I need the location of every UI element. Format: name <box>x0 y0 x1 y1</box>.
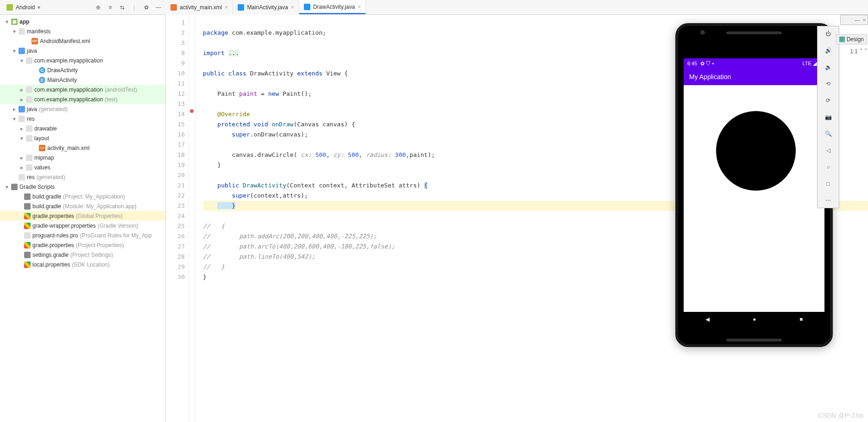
xml-file-icon <box>170 4 177 11</box>
volume-up-icon[interactable]: 🔊 <box>824 46 833 55</box>
tree-label: Gradle Scripts <box>19 184 55 190</box>
emulator-network: LTE <box>803 61 811 66</box>
svg-rect-0 <box>6 4 13 11</box>
android-icon <box>6 4 13 11</box>
tree-label: gradle.properties <box>32 242 74 248</box>
rotate-left-icon[interactable]: ⟲ <box>824 79 833 88</box>
tree-label: gradle-wrapper.properties <box>32 223 96 229</box>
tab-draw-activity-java[interactable]: DrawActivity.java × <box>299 0 366 15</box>
tree-hint: (androidTest) <box>105 87 137 93</box>
back-icon[interactable]: ◁ <box>824 146 833 155</box>
chevron-down-icon[interactable]: ˅ <box>864 48 867 55</box>
tree-package-test[interactable]: ▸com.example.myapplication(test) <box>0 94 165 104</box>
emulator-screen[interactable]: 6:45 ✿ ⛉ ▪ LTE ◢ ▮ My Application <box>684 58 824 312</box>
tree-layout[interactable]: ▾layout <box>0 133 165 143</box>
more-icon[interactable]: ⋯ <box>824 196 833 205</box>
tree-hint: (generated) <box>39 106 68 112</box>
collapse-icon[interactable]: ≡ <box>107 4 114 11</box>
locate-icon[interactable]: ⊕ <box>94 4 102 11</box>
zoom-icon[interactable]: 🔍 <box>824 129 833 138</box>
divider: | <box>131 4 138 11</box>
tree-hint: (generated) <box>37 174 65 180</box>
tree-label: drawable <box>34 125 57 132</box>
tab-label: DrawActivity.java <box>313 4 355 10</box>
settings-icon[interactable]: ✿ <box>143 4 150 11</box>
tree-gradle-wrapper-properties[interactable]: gradle-wrapper.properties(Gradle Version… <box>0 221 165 230</box>
project-view-selector[interactable]: Android ▾ <box>4 3 43 12</box>
emulator-canvas <box>684 85 824 312</box>
tree-res[interactable]: ▾res <box>0 114 165 124</box>
tree-settings-gradle[interactable]: settings.gradle(Project Settings) <box>0 250 165 260</box>
tree-manifests[interactable]: ▾manifests <box>0 26 165 36</box>
tree-label: build.gradle <box>32 203 61 210</box>
tree-hint: (Project: My_Application) <box>63 193 125 200</box>
tree-local-properties[interactable]: local.properties(SDK Location) <box>0 260 165 269</box>
nav-recent-icon[interactable]: ■ <box>799 316 803 323</box>
tree-label: manifests <box>27 28 50 35</box>
home-icon[interactable]: ○ <box>824 162 833 172</box>
tree-label: app <box>19 19 29 25</box>
tree-mipmap[interactable]: ▸mipmap <box>0 153 165 162</box>
emulator-side-toolbar: ⏻ 🔊 🔉 ⟲ ⟳ 📷 🔍 ◁ ○ □ ⋯ <box>817 26 839 208</box>
tree-java[interactable]: ▾java <box>0 46 165 56</box>
tree-build-gradle-project[interactable]: build.gradle(Project: My_Application) <box>0 192 165 201</box>
rotate-right-icon[interactable]: ⟳ <box>824 96 833 105</box>
power-icon[interactable]: ⏻ <box>824 29 833 38</box>
java-file-icon <box>238 4 244 11</box>
design-icon <box>839 37 845 42</box>
tree-hint: (Gradle Version) <box>98 223 138 229</box>
tab-label: activity_main.xml <box>180 4 222 11</box>
minimize-icon[interactable]: — <box>855 17 860 23</box>
project-tree[interactable]: ▾▣app ▾manifests MFAndroidManifest.xml ▾… <box>0 15 166 422</box>
tree-proguard-rules[interactable]: proguard-rules.pro(ProGuard Rules for My… <box>0 230 165 240</box>
tree-res-gen[interactable]: res(generated) <box>0 172 165 182</box>
tree-android-manifest[interactable]: MFAndroidManifest.xml <box>0 36 165 46</box>
emulator-nav-bar[interactable]: ◀ ● ■ <box>684 312 824 327</box>
design-toggle-button[interactable]: Design <box>836 34 867 44</box>
tree-hint: (test) <box>105 96 117 103</box>
close-icon[interactable]: × <box>225 4 228 11</box>
camera-icon[interactable]: 📷 <box>824 112 833 122</box>
close-icon[interactable]: × <box>291 4 294 11</box>
gutter-marks <box>189 15 195 422</box>
tree-label: AndroidManifest.xml <box>40 38 90 44</box>
emulator-window[interactable]: 6:45 ✿ ⛉ ▪ LTE ◢ ▮ My Application ◀ ● ■ <box>675 23 833 347</box>
svg-rect-2 <box>839 37 845 42</box>
tree-gradle-scripts[interactable]: ▾Gradle Scripts <box>0 182 165 192</box>
nav-back-icon[interactable]: ◀ <box>705 316 710 323</box>
tree-main-activity[interactable]: CMainActivity <box>0 75 165 85</box>
tree-drawable[interactable]: ▸drawable <box>0 124 165 133</box>
code-editor[interactable]: 1238910111213141516171819202122232425262… <box>166 15 868 422</box>
nav-home-icon[interactable]: ● <box>753 316 756 323</box>
tree-label: res <box>27 174 35 180</box>
close-icon[interactable]: × <box>863 17 866 23</box>
tree-java-gen[interactable]: ▸java(generated) <box>0 104 165 114</box>
override-marker-icon[interactable] <box>189 109 194 113</box>
tree-app[interactable]: ▾▣app <box>0 17 165 26</box>
tree-build-gradle-module[interactable]: build.gradle(Module: My_Application.app) <box>0 201 165 211</box>
tree-activity-main-xml[interactable]: <>activity_main.xml <box>0 143 165 153</box>
tree-label: values <box>34 164 50 171</box>
tree-draw-activity[interactable]: CDrawActivity <box>0 65 165 75</box>
zoom-control[interactable]: 1:1 ˄ ˅ <box>850 48 867 55</box>
tab-activity-main-xml[interactable]: activity_main.xml × <box>166 0 233 15</box>
tree-gradle-properties-project[interactable]: gradle.properties(Project Properties) <box>0 240 165 250</box>
tree-hint: (Module: My_Application.app) <box>63 203 137 210</box>
tree-values[interactable]: ▸values <box>0 162 165 172</box>
tree-hint: (Global Properties) <box>76 213 123 219</box>
tree-label: java <box>27 106 37 112</box>
emulator-window-controls: — × <box>840 15 868 25</box>
tree-package[interactable]: ▾com.example.myapplication <box>0 56 165 65</box>
chevron-up-icon[interactable]: ˄ <box>860 48 862 55</box>
svg-point-1 <box>190 109 194 113</box>
tree-gradle-properties-global[interactable]: gradle.properties(Global Properties) <box>0 211 165 221</box>
expand-icon[interactable]: ⇆ <box>119 4 126 11</box>
tab-main-activity-java[interactable]: MainActivity.java × <box>233 0 299 15</box>
overview-icon[interactable]: □ <box>824 179 833 188</box>
close-icon[interactable]: × <box>358 4 361 10</box>
tree-package-androidtest[interactable]: ▸com.example.myapplication(androidTest) <box>0 85 165 94</box>
volume-down-icon[interactable]: 🔉 <box>824 62 833 72</box>
tree-label: build.gradle <box>32 193 61 200</box>
hide-icon[interactable]: — <box>155 4 162 11</box>
zoom-label: 1:1 <box>850 48 858 55</box>
